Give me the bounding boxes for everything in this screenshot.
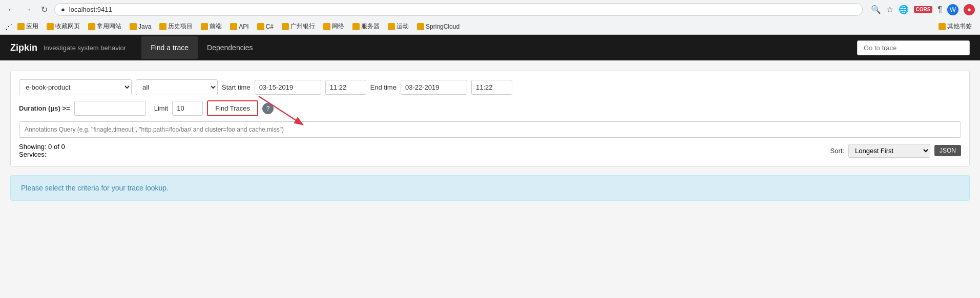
- bookmark-icon: [201, 23, 208, 30]
- bookmark-icon: [88, 23, 95, 30]
- end-time-label: End time: [370, 83, 397, 91]
- bookmark-springcloud[interactable]: SpringCloud: [414, 22, 463, 31]
- duration-input[interactable]: [74, 101, 146, 116]
- star-icon[interactable]: ☆: [886, 5, 893, 14]
- results-row: Showing: 0 of 0 Services: Sort: Longest …: [19, 143, 961, 158]
- address-text: localhost:9411: [69, 6, 856, 13]
- address-bar[interactable]: ● localhost:9411: [54, 3, 863, 16]
- arrow-container: [19, 121, 961, 143]
- bookmark-bank[interactable]: 广州银行: [279, 21, 318, 32]
- help-icon[interactable]: ?: [262, 103, 274, 114]
- annotations-query-input[interactable]: [19, 121, 961, 138]
- main-content: e-book-product all all Start time End ti…: [0, 60, 980, 211]
- start-date-input[interactable]: [255, 80, 321, 95]
- sort-label: Sort:: [830, 147, 844, 155]
- notification-icon[interactable]: ●: [964, 4, 975, 15]
- forward-button[interactable]: →: [22, 4, 34, 16]
- bookmark-icon: [257, 23, 264, 30]
- bookmark-icon: [282, 23, 289, 30]
- lock-icon: ●: [61, 6, 65, 13]
- limit-label: Limit: [154, 104, 168, 112]
- back-button[interactable]: ←: [5, 4, 17, 16]
- app-nav: Find a trace Dependencies: [141, 36, 857, 59]
- cors-badge: CORS: [914, 6, 933, 13]
- info-panel: Please select the criteria for your trac…: [10, 175, 970, 201]
- paragraph-icon[interactable]: ¶: [937, 5, 942, 14]
- app-tagline: Investigate system behavior: [44, 44, 126, 52]
- json-button[interactable]: JSON: [934, 145, 961, 156]
- info-message: Please select the criteria for your trac…: [21, 184, 169, 192]
- filter-row-2: Duration (μs) >= Limit Find Traces ?: [19, 100, 961, 116]
- bookmark-icon: [417, 23, 424, 30]
- bookmark-api[interactable]: API: [227, 22, 252, 31]
- bookmark-icon: [130, 23, 137, 30]
- user-avatar[interactable]: W: [947, 4, 958, 15]
- bookmark-icon: [159, 23, 166, 30]
- zoom-icon[interactable]: 🔍: [871, 5, 881, 14]
- start-time-input[interactable]: [325, 80, 366, 95]
- bookmark-favorites[interactable]: 收藏网页: [44, 21, 83, 32]
- filter-panel: e-book-product all all Start time End ti…: [10, 71, 970, 167]
- start-time-label: Start time: [222, 83, 251, 91]
- filter-row-1: e-book-product all all Start time End ti…: [19, 79, 961, 95]
- end-date-input[interactable]: [401, 80, 467, 95]
- bookmark-csharp[interactable]: C#: [254, 22, 277, 31]
- span-select[interactable]: all: [136, 79, 218, 95]
- service-select[interactable]: e-book-product all: [19, 79, 132, 95]
- browser-toolbar: ← → ↻ ● localhost:9411 🔍 ☆ 🌐 CORS ¶ W ●: [0, 0, 980, 19]
- apps-icon[interactable]: ⋰: [5, 23, 12, 31]
- browser-chrome: ← → ↻ ● localhost:9411 🔍 ☆ 🌐 CORS ¶ W ● …: [0, 0, 980, 35]
- showing-label: Showing: 0 of 0: [19, 143, 65, 151]
- bookmark-icon: [939, 23, 946, 30]
- bookmark-sport[interactable]: 运动: [385, 21, 412, 32]
- app-logo: Zipkin: [10, 42, 37, 53]
- nav-dependencies[interactable]: Dependencies: [198, 36, 262, 59]
- bookmark-network[interactable]: 网络: [320, 21, 347, 32]
- duration-label: Duration (μs) >=: [19, 104, 70, 112]
- limit-input[interactable]: [172, 101, 203, 116]
- end-time-input[interactable]: [471, 80, 512, 95]
- bookmark-icon: [47, 23, 54, 30]
- bookmark-apps[interactable]: 应用: [14, 21, 41, 32]
- bookmark-history[interactable]: 历史项目: [156, 21, 196, 32]
- find-traces-button[interactable]: Find Traces: [207, 100, 258, 116]
- bookmark-icon: [352, 23, 360, 30]
- sort-area: Sort: Longest First Shortest First Newes…: [830, 144, 961, 158]
- go-to-trace-input[interactable]: [857, 40, 970, 55]
- bookmark-server[interactable]: 服务器: [349, 21, 383, 32]
- bookmark-icon: [230, 23, 237, 30]
- bookmark-common[interactable]: 常用网站: [85, 21, 124, 32]
- bookmark-others[interactable]: 其他书签: [935, 21, 975, 32]
- bookmark-icon: [323, 23, 330, 30]
- sort-select[interactable]: Longest First Shortest First Newest Firs…: [848, 144, 930, 158]
- browser-icons: 🔍 ☆ 🌐 CORS ¶ W ●: [871, 4, 975, 15]
- bookmark-icon: [17, 23, 25, 30]
- bookmark-java[interactable]: Java: [127, 22, 154, 31]
- results-info: Showing: 0 of 0 Services:: [19, 143, 65, 158]
- services-label: Services:: [19, 151, 65, 158]
- bookmark-icon: [388, 23, 395, 30]
- globe-icon[interactable]: 🌐: [899, 5, 909, 14]
- bookmarks-bar: ⋰ 应用 收藏网页 常用网站 Java 历史项目 前端 API: [0, 19, 980, 34]
- reload-button[interactable]: ↻: [38, 4, 50, 16]
- nav-find-trace[interactable]: Find a trace: [141, 36, 198, 59]
- app-header: Zipkin Investigate system behavior Find …: [0, 35, 980, 60]
- bookmark-frontend[interactable]: 前端: [198, 21, 225, 32]
